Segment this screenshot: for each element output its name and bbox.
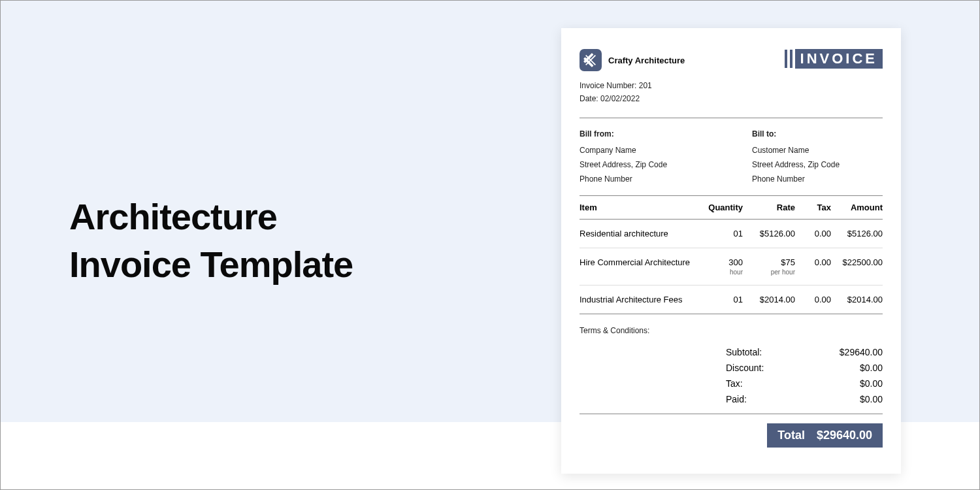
item-tax: 0.00 — [795, 257, 831, 267]
item-rate: $2014.00 — [743, 295, 795, 304]
invoice-stripe — [790, 50, 792, 68]
item-amount: $22500.00 — [831, 257, 883, 267]
invoice-header: Crafty Architecture INVOICE — [580, 49, 883, 71]
bill-to-label: Bill to: — [752, 127, 883, 142]
item-tax: 0.00 — [795, 229, 831, 238]
item-amount: $2014.00 — [831, 295, 883, 304]
summary-discount: Discount: $0.00 — [726, 363, 883, 373]
item-qty: 300hour — [697, 257, 743, 276]
item-name: Residential architecture — [580, 229, 697, 238]
bill-to-address: Street Address, Zip Code — [752, 158, 883, 172]
page-title: Architecture Invoice Template — [69, 193, 353, 289]
col-amt: Amount — [831, 203, 883, 212]
title-line-2: Invoice Template — [69, 241, 353, 289]
tax-label: Tax: — [726, 378, 743, 389]
item-qty: 01 — [697, 295, 743, 304]
discount-value: $0.00 — [860, 363, 883, 373]
tax-value: $0.00 — [860, 378, 883, 389]
total-label: Total — [777, 429, 805, 442]
summary-subtotal: Subtotal: $29640.00 — [726, 347, 883, 357]
item-tax: 0.00 — [795, 295, 831, 304]
brand-icon — [580, 49, 602, 71]
invoice-label-wrap: INVOICE — [785, 49, 883, 69]
summary-tax: Tax: $0.00 — [726, 378, 883, 389]
terms-label: Terms & Conditions: — [580, 326, 883, 335]
invoice-label: INVOICE — [795, 49, 883, 69]
brand-name: Crafty Architecture — [608, 56, 685, 65]
bill-to-name: Customer Name — [752, 144, 883, 158]
total-badge: Total $29640.00 — [767, 423, 883, 448]
item-rate: $5126.00 — [743, 229, 795, 238]
item-qty: 01 — [697, 229, 743, 238]
bill-from: Bill from: Company Name Street Address, … — [580, 127, 752, 186]
divider — [580, 414, 883, 414]
table-row: Residential architecture01$5126.000.00$5… — [580, 220, 883, 248]
invoice-card: Crafty Architecture INVOICE Invoice Numb… — [561, 28, 901, 474]
bill-from-phone: Phone Number — [580, 172, 752, 187]
col-tax: Tax — [795, 203, 831, 212]
subtotal-label: Subtotal: — [726, 347, 762, 357]
invoice-stripe — [785, 50, 787, 68]
summary-paid: Paid: $0.00 — [726, 394, 883, 404]
invoice-meta: Invoice Number: 201 Date: 02/02/2022 — [580, 79, 883, 106]
col-item: Item — [580, 203, 697, 212]
bill-to: Bill to: Customer Name Street Address, Z… — [752, 127, 883, 186]
items-table: Item Quantity Rate Tax Amount Residentia… — [580, 196, 883, 314]
table-row: Industrial Architecture Fees01$2014.000.… — [580, 286, 883, 314]
bill-to-phone: Phone Number — [752, 172, 883, 187]
table-row: Hire Commercial Architecture300hour$75pe… — [580, 248, 883, 286]
bill-from-address: Street Address, Zip Code — [580, 158, 752, 172]
billing-section: Bill from: Company Name Street Address, … — [580, 127, 883, 186]
summary: Subtotal: $29640.00 Discount: $0.00 Tax:… — [580, 347, 883, 404]
page-container: Architecture Invoice Template Crafty Arc… — [0, 0, 980, 490]
discount-label: Discount: — [726, 363, 764, 373]
brand: Crafty Architecture — [580, 49, 685, 71]
paid-label: Paid: — [726, 394, 747, 404]
item-rate: $75per hour — [743, 257, 795, 276]
paid-value: $0.00 — [860, 394, 883, 404]
divider — [580, 118, 883, 118]
invoice-number: Invoice Number: 201 — [580, 79, 883, 92]
bill-from-company: Company Name — [580, 144, 752, 158]
subtotal-value: $29640.00 — [840, 347, 883, 357]
invoice-date: Date: 02/02/2022 — [580, 92, 883, 105]
item-name: Hire Commercial Architecture — [580, 257, 697, 267]
table-header: Item Quantity Rate Tax Amount — [580, 196, 883, 220]
col-qty: Quantity — [697, 203, 743, 212]
item-name: Industrial Architecture Fees — [580, 295, 697, 304]
item-amount: $5126.00 — [831, 229, 883, 238]
title-line-1: Architecture — [69, 193, 353, 241]
bill-from-label: Bill from: — [580, 127, 752, 142]
col-rate: Rate — [743, 203, 795, 212]
total-value: $29640.00 — [817, 429, 872, 442]
ruler-pencil-icon — [583, 53, 598, 67]
